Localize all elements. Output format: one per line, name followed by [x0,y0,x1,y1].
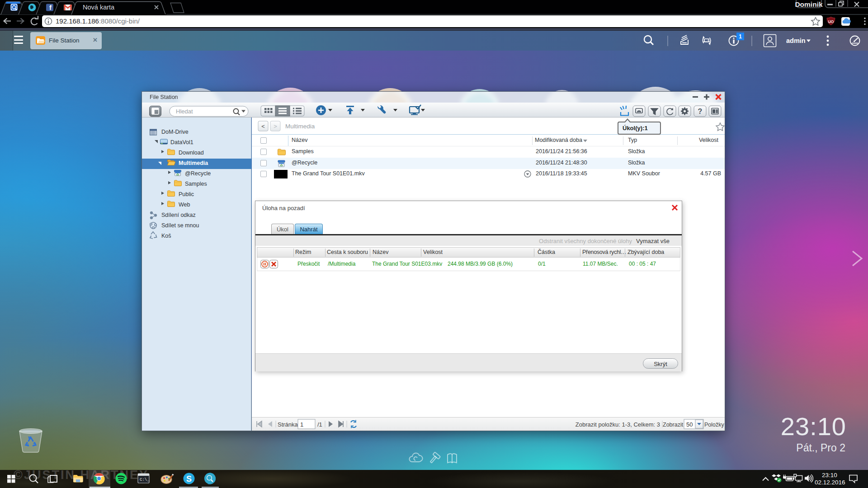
svg-text:Multimedia: Multimedia [285,123,315,130]
svg-text:UO: UO [828,19,834,24]
svg-text:?: ? [698,108,703,115]
svg-text:Nová karta: Nová karta [83,4,115,11]
svg-text:1: 1 [300,421,303,428]
svg-text:Položky: Položky [704,422,725,428]
svg-text:<: < [261,123,265,130]
svg-text:50: 50 [686,421,693,428]
svg-text:02.12.2016: 02.12.2016 [815,479,845,486]
svg-text:>: > [274,123,277,130]
svg-text:Hledat: Hledat [176,108,193,115]
svg-text:Dominik: Dominik [795,0,823,8]
svg-text:1: 1 [739,33,742,40]
svg-text:Zobrazit: Zobrazit [663,422,684,428]
svg-text:23:10: 23:10 [822,472,837,479]
svg-text:C:\_: C:\_ [140,478,150,482]
svg-text:Zobrazit položku: 1-3, Celkem:: Zobrazit položku: 1-3, Celkem: 3 [576,421,660,428]
svg-text:admin: admin [786,37,806,44]
svg-text:Stránka: Stránka [278,421,298,428]
svg-text:/1: /1 [317,421,322,428]
svg-text:S: S [186,474,192,483]
